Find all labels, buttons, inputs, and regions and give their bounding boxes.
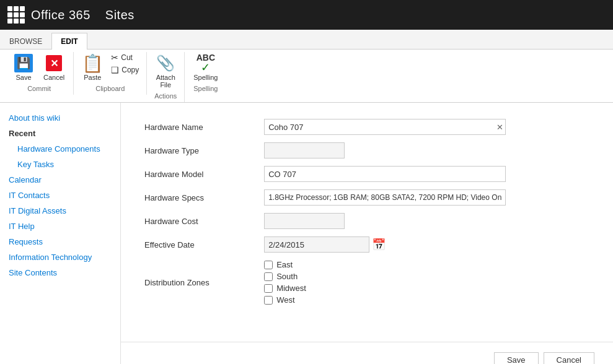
sidebar: About this wiki Recent Hardware Componen… bbox=[0, 103, 121, 364]
zone-west-item[interactable]: West bbox=[264, 295, 589, 305]
ribbon-group-actions: 📎 AttachFile Actions bbox=[147, 52, 185, 102]
hardware-cost-field bbox=[259, 209, 594, 233]
distribution-zones-row: Distribution Zones East South bbox=[139, 256, 594, 308]
hardware-model-label: Hardware Model bbox=[139, 162, 259, 186]
zone-east-checkbox[interactable] bbox=[264, 261, 273, 269]
effective-date-field: 📅 bbox=[259, 233, 594, 256]
cut-label: Cut bbox=[121, 53, 133, 62]
save-button[interactable]: 💾 Save bbox=[10, 52, 37, 82]
hardware-type-input[interactable] bbox=[264, 142, 345, 158]
spelling-icon: ABC ✓ bbox=[196, 53, 216, 73]
sidebar-item-it-contacts[interactable]: IT Contacts bbox=[0, 188, 120, 203]
zone-south-item[interactable]: South bbox=[264, 272, 589, 281]
clipboard-buttons: 📋 Paste ✂ Cut ❑ Copy bbox=[79, 52, 141, 84]
paste-icon: 📋 bbox=[82, 53, 102, 73]
tab-edit[interactable]: EDIT bbox=[51, 33, 87, 50]
hardware-specs-field bbox=[259, 186, 594, 209]
cancel-x-icon: ✕ bbox=[46, 55, 62, 71]
sidebar-item-it-help[interactable]: IT Help bbox=[0, 219, 120, 234]
hardware-type-field bbox=[259, 139, 594, 162]
zone-south-checkbox[interactable] bbox=[264, 272, 273, 281]
cut-button[interactable]: ✂ Cut bbox=[108, 52, 141, 63]
save-icon: 💾 bbox=[14, 53, 33, 73]
attach-icon: 📎 bbox=[156, 53, 175, 73]
hardware-model-field bbox=[259, 162, 594, 186]
form-cancel-button[interactable]: Cancel bbox=[544, 352, 594, 364]
zone-midwest-label: Midwest bbox=[276, 284, 306, 293]
distribution-zones-field: East South Midwest bbox=[259, 256, 594, 308]
sidebar-item-requests[interactable]: Requests bbox=[0, 234, 120, 249]
zone-west-label: West bbox=[276, 295, 294, 305]
cut-icon: ✂ bbox=[111, 53, 118, 63]
zone-east-item[interactable]: East bbox=[264, 260, 589, 269]
top-bar: Office 365 Sites bbox=[0, 0, 613, 30]
main-layout: About this wiki Recent Hardware Componen… bbox=[0, 103, 613, 364]
sidebar-item-it-digital-assets[interactable]: IT Digital Assets bbox=[0, 203, 120, 219]
sidebar-item-recent: Recent bbox=[0, 126, 120, 141]
form-table: Hardware Name ✕ Hardware Type bbox=[139, 115, 594, 308]
tab-browse[interactable]: BROWSE bbox=[0, 33, 51, 50]
save-floppy-icon: 💾 bbox=[14, 54, 33, 72]
sidebar-item-information-technology[interactable]: Information Technology bbox=[0, 249, 120, 265]
sidebar-item-calendar[interactable]: Calendar bbox=[0, 172, 120, 188]
hardware-name-clear-button[interactable]: ✕ bbox=[496, 123, 503, 132]
distribution-zones-group: East South Midwest bbox=[264, 260, 589, 305]
attach-file-button[interactable]: 📎 AttachFile bbox=[152, 52, 179, 90]
paste-clipboard-icon: 📋 bbox=[82, 53, 104, 74]
distribution-zones-label: Distribution Zones bbox=[139, 256, 259, 308]
cancel-button[interactable]: ✕ Cancel bbox=[40, 52, 68, 82]
hardware-cost-row: Hardware Cost bbox=[139, 209, 594, 233]
sidebar-item-key-tasks[interactable]: Key Tasks bbox=[0, 157, 120, 172]
ribbon-group-clipboard: 📋 Paste ✂ Cut ❑ Copy Clipboard bbox=[74, 52, 147, 95]
hardware-name-input[interactable] bbox=[264, 119, 506, 135]
spelling-abc-icon: ABC ✓ bbox=[196, 53, 215, 73]
hardware-model-input[interactable] bbox=[264, 166, 506, 182]
form-save-button[interactable]: Save bbox=[494, 352, 539, 364]
effective-date-input[interactable] bbox=[264, 236, 369, 253]
paste-label: Paste bbox=[84, 74, 101, 81]
hardware-type-label: Hardware Type bbox=[139, 139, 259, 162]
save-label: Save bbox=[15, 74, 31, 81]
ribbon-group-spelling: ABC ✓ Spelling Spelling bbox=[185, 52, 226, 95]
content-area: Hardware Name ✕ Hardware Type bbox=[121, 103, 613, 342]
hardware-specs-label: Hardware Specs bbox=[139, 186, 259, 209]
zone-west-checkbox[interactable] bbox=[264, 296, 273, 305]
attach-label: AttachFile bbox=[156, 74, 175, 89]
zone-midwest-item[interactable]: Midwest bbox=[264, 284, 589, 293]
hardware-type-row: Hardware Type bbox=[139, 139, 594, 162]
hardware-specs-input[interactable] bbox=[264, 189, 506, 206]
sidebar-item-hardware-components[interactable]: Hardware Components bbox=[0, 141, 120, 157]
hardware-specs-row: Hardware Specs bbox=[139, 186, 594, 209]
commit-group-label: Commit bbox=[27, 84, 51, 95]
tab-bar: BROWSE EDIT bbox=[0, 30, 613, 50]
actions-buttons: 📎 AttachFile bbox=[152, 52, 179, 91]
spelling-group-label: Spelling bbox=[193, 84, 218, 95]
spelling-button[interactable]: ABC ✓ Spelling bbox=[190, 52, 221, 82]
spelling-buttons: ABC ✓ Spelling bbox=[190, 52, 221, 84]
calendar-icon[interactable]: 📅 bbox=[372, 238, 386, 251]
effective-date-row: Effective Date 📅 bbox=[139, 233, 594, 256]
sidebar-item-about[interactable]: About this wiki bbox=[0, 110, 120, 126]
hardware-model-row: Hardware Model bbox=[139, 162, 594, 186]
app-name: Office 365 bbox=[31, 8, 90, 22]
clipboard-group-label: Clipboard bbox=[95, 84, 125, 95]
paste-button[interactable]: 📋 Paste bbox=[79, 52, 106, 82]
hardware-name-input-wrap: ✕ bbox=[264, 119, 506, 135]
sidebar-item-site-contents[interactable]: Site Contents bbox=[0, 265, 120, 280]
copy-label: Copy bbox=[121, 66, 139, 74]
cut-copy-group: ✂ Cut ❑ Copy bbox=[108, 52, 141, 76]
spelling-label: Spelling bbox=[193, 74, 218, 81]
copy-icon: ❑ bbox=[111, 65, 119, 75]
cancel-label: Cancel bbox=[43, 74, 64, 81]
form-buttons: Save Cancel bbox=[121, 342, 613, 364]
commit-buttons: 💾 Save ✕ Cancel bbox=[10, 52, 68, 84]
hardware-cost-label: Hardware Cost bbox=[139, 209, 259, 233]
sites-label: Sites bbox=[105, 8, 135, 22]
copy-button[interactable]: ❑ Copy bbox=[108, 64, 141, 76]
hardware-name-row: Hardware Name ✕ bbox=[139, 115, 594, 139]
hardware-cost-input[interactable] bbox=[264, 213, 345, 229]
waffle-icon[interactable] bbox=[7, 6, 25, 24]
zone-midwest-checkbox[interactable] bbox=[264, 284, 273, 293]
date-input-wrap: 📅 bbox=[264, 236, 589, 253]
ribbon: 💾 Save ✕ Cancel Commit 📋 Paste bbox=[0, 50, 613, 103]
